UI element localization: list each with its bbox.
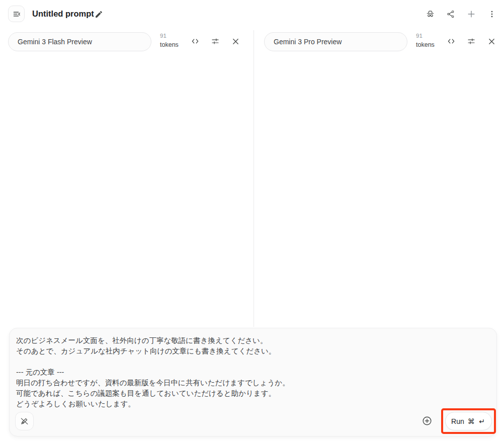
prompt-input-card[interactable]: 次のビジネスメール文面を、社外向けの丁寧な敬語に書き換えてください。 そのあとで… bbox=[9, 328, 497, 436]
incognito-button[interactable] bbox=[425, 9, 435, 19]
tune-icon bbox=[467, 37, 476, 46]
tune-icon bbox=[211, 37, 220, 46]
pen-tools-button[interactable] bbox=[15, 412, 34, 430]
code-icon bbox=[447, 37, 456, 46]
top-bar: Untitled prompt bbox=[0, 0, 504, 28]
panel-divider bbox=[254, 30, 254, 327]
run-shortcut-keys: ⌘ ↵ bbox=[468, 417, 486, 425]
close-panel-button-right[interactable] bbox=[487, 37, 496, 46]
panel-left: Gemini 3 Flash Preview 91 tokens bbox=[0, 28, 254, 327]
pen-off-icon bbox=[20, 416, 29, 426]
sidebar-collapse-icon bbox=[12, 10, 21, 19]
tune-settings-button-left[interactable] bbox=[211, 37, 220, 46]
new-prompt-button[interactable] bbox=[466, 9, 476, 19]
run-button[interactable]: Run ⌘ ↵ bbox=[445, 412, 492, 430]
run-button-label: Run bbox=[451, 417, 464, 425]
model-selector-right[interactable]: Gemini 3 Pro Preview bbox=[264, 32, 407, 51]
model-name-left: Gemini 3 Flash Preview bbox=[18, 38, 92, 46]
model-name-right: Gemini 3 Pro Preview bbox=[274, 38, 342, 46]
code-icon bbox=[191, 37, 200, 46]
edit-title-button[interactable] bbox=[94, 9, 104, 19]
share-button[interactable] bbox=[446, 9, 456, 19]
pencil-icon bbox=[95, 10, 103, 19]
add-media-button[interactable] bbox=[422, 416, 432, 426]
token-count-label: tokens bbox=[416, 41, 435, 49]
plus-icon bbox=[467, 10, 476, 19]
prompt-text[interactable]: 次のビジネスメール文面を、社外向けの丁寧な敬語に書き換えてください。 そのあとで… bbox=[16, 335, 486, 409]
sidebar-collapse-button[interactable] bbox=[8, 6, 25, 22]
close-icon bbox=[231, 37, 240, 46]
token-count-value: 91 bbox=[160, 32, 179, 40]
token-count-value: 91 bbox=[416, 32, 435, 40]
close-icon bbox=[487, 37, 496, 46]
get-code-button-left[interactable] bbox=[191, 37, 200, 46]
get-code-button-right[interactable] bbox=[447, 37, 456, 46]
share-icon bbox=[446, 10, 455, 19]
model-selector-left[interactable]: Gemini 3 Flash Preview bbox=[8, 32, 151, 51]
close-panel-button-left[interactable] bbox=[231, 37, 240, 46]
token-count-left: 91 tokens bbox=[160, 32, 179, 49]
kebab-menu-icon bbox=[487, 10, 496, 19]
plus-circle-icon bbox=[422, 416, 432, 426]
panel-right: Gemini 3 Pro Preview 91 tokens bbox=[254, 28, 504, 327]
incognito-icon bbox=[426, 9, 435, 19]
tune-settings-button-right[interactable] bbox=[467, 37, 476, 46]
run-button-highlight: Run ⌘ ↵ bbox=[441, 408, 496, 434]
top-bar-actions bbox=[425, 0, 497, 28]
page-title: Untitled prompt bbox=[32, 6, 94, 22]
more-options-button[interactable] bbox=[487, 9, 497, 19]
token-count-label: tokens bbox=[160, 41, 179, 49]
token-count-right: 91 tokens bbox=[416, 32, 435, 49]
